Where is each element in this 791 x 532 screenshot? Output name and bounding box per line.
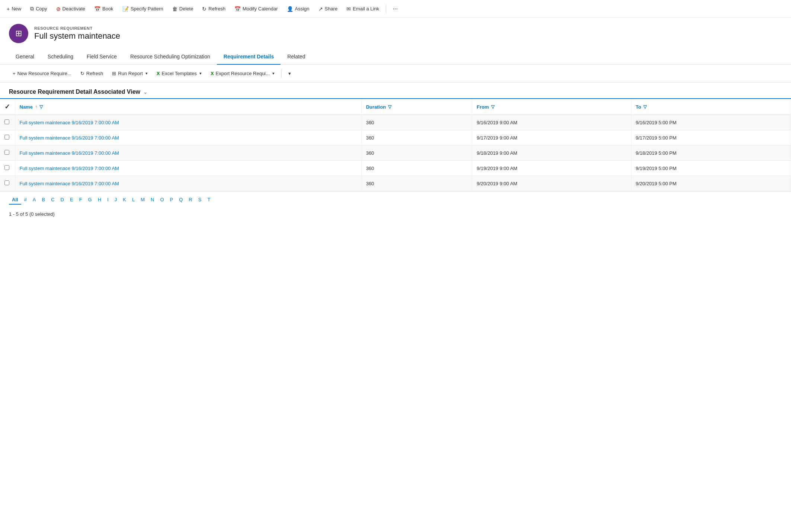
- refresh-button[interactable]: ↻ Refresh: [198, 4, 229, 14]
- name-sort-icon: ↑: [35, 104, 37, 109]
- data-table-container: ✓ Name ↑ ▽ Duration ▽: [0, 98, 791, 191]
- page-letter-g[interactable]: G: [85, 195, 95, 205]
- row-checkbox-cell[interactable]: [0, 130, 15, 145]
- new-icon: +: [7, 6, 10, 12]
- page-letter-b[interactable]: B: [39, 195, 48, 205]
- page-letter-d[interactable]: D: [58, 195, 67, 205]
- excel-templates-button[interactable]: X Excel Templates ▾: [153, 68, 205, 78]
- tab-related[interactable]: Related: [281, 49, 312, 65]
- table-row: Full system maintenace 9/16/2019 7:00:00…: [0, 176, 791, 191]
- assign-icon: 👤: [287, 6, 293, 12]
- select-all-header[interactable]: ✓: [0, 99, 15, 115]
- new-resource-button[interactable]: + New Resource Require...: [9, 68, 75, 78]
- export-chevron: ▾: [272, 71, 275, 76]
- tab-requirement-details[interactable]: Requirement Details: [217, 49, 281, 65]
- new-button[interactable]: + New: [3, 4, 25, 14]
- row-from-cell: 9/16/2019 9:00 AM: [472, 115, 631, 130]
- tab-resource-scheduling[interactable]: Resource Scheduling Optimization: [124, 49, 217, 65]
- page-letter-s[interactable]: S: [195, 195, 205, 205]
- row-checkbox-cell[interactable]: [0, 161, 15, 176]
- nav-tabs: General Scheduling Field Service Resourc…: [0, 49, 791, 65]
- export-button[interactable]: X Export Resource Requi... ▾: [207, 68, 278, 78]
- row-from-cell: 9/20/2019 9:00 AM: [472, 176, 631, 191]
- page-letter-j[interactable]: J: [112, 195, 120, 205]
- row-duration-cell: 360: [361, 161, 472, 176]
- row-checkbox-cell[interactable]: [0, 145, 15, 161]
- view-title-bar: Resource Requirement Detail Associated V…: [0, 83, 791, 98]
- name-column-header[interactable]: Name ↑ ▽: [15, 99, 361, 115]
- delete-button[interactable]: 🗑 Delete: [169, 4, 197, 14]
- page-letter-m[interactable]: M: [138, 195, 148, 205]
- page-letter-c[interactable]: C: [48, 195, 57, 205]
- page-letter-i[interactable]: I: [104, 195, 112, 205]
- excel-chevron: ▾: [199, 71, 202, 76]
- share-button[interactable]: ↗ Share: [315, 4, 342, 14]
- row-to-cell: 9/16/2019 5:00 PM: [631, 115, 791, 130]
- page-letter-o[interactable]: O: [157, 195, 167, 205]
- modify-calendar-button[interactable]: 📅 Modify Calendar: [231, 4, 282, 14]
- from-filter-icon: ▽: [491, 104, 494, 109]
- row-checkbox[interactable]: [4, 135, 9, 140]
- row-name-link[interactable]: Full system maintenace 9/16/2019 7:00:00…: [20, 150, 119, 156]
- record-icon: ⊞: [9, 24, 28, 43]
- row-name-link[interactable]: Full system maintenace 9/16/2019 7:00:00…: [20, 166, 119, 171]
- table-header-row: ✓ Name ↑ ▽ Duration ▽: [0, 99, 791, 115]
- page-letter-h[interactable]: H: [95, 195, 104, 205]
- email-link-button[interactable]: ✉ Email a Link: [343, 4, 383, 14]
- page-letter-a[interactable]: A: [30, 195, 39, 205]
- duration-column-header[interactable]: Duration ▽: [361, 99, 472, 115]
- to-filter-icon: ▽: [643, 104, 647, 109]
- page-letter-k[interactable]: K: [120, 195, 129, 205]
- page-letter-e[interactable]: E: [67, 195, 76, 205]
- view-title: Resource Requirement Detail Associated V…: [9, 89, 140, 95]
- tab-field-service[interactable]: Field Service: [80, 49, 124, 65]
- row-to-cell: 9/20/2019 5:00 PM: [631, 176, 791, 191]
- table-row: Full system maintenace 9/16/2019 7:00:00…: [0, 115, 791, 130]
- row-name-link[interactable]: Full system maintenace 9/16/2019 7:00:00…: [20, 135, 119, 141]
- row-from-cell: 9/18/2019 9:00 AM: [472, 145, 631, 161]
- export-more-button[interactable]: ▾: [285, 68, 295, 78]
- copy-icon: ⧉: [30, 6, 34, 12]
- sub-refresh-button[interactable]: ↻ Refresh: [77, 68, 107, 78]
- share-icon: ↗: [318, 6, 323, 12]
- row-name-cell: Full system maintenace 9/16/2019 7:00:00…: [15, 115, 361, 130]
- more-icon: ⋯: [393, 6, 398, 12]
- row-checkbox[interactable]: [4, 165, 9, 170]
- row-name-link[interactable]: Full system maintenace 9/16/2019 7:00:00…: [20, 181, 119, 186]
- page-letter-#[interactable]: #: [21, 195, 30, 205]
- run-report-button[interactable]: ⊞ Run Report ▾: [108, 68, 151, 78]
- row-name-link[interactable]: Full system maintenace 9/16/2019 7:00:00…: [20, 120, 119, 125]
- row-checkbox[interactable]: [4, 180, 9, 185]
- page-letter-p[interactable]: P: [167, 195, 176, 205]
- row-checkbox-cell[interactable]: [0, 115, 15, 130]
- table-row: Full system maintenace 9/16/2019 7:00:00…: [0, 161, 791, 176]
- row-checkbox-cell[interactable]: [0, 176, 15, 191]
- from-column-header[interactable]: From ▽: [472, 99, 631, 115]
- assign-button[interactable]: 👤 Assign: [283, 4, 313, 14]
- page-letter-r[interactable]: R: [186, 195, 195, 205]
- tab-general[interactable]: General: [9, 49, 41, 65]
- page-letter-all[interactable]: All: [9, 195, 21, 205]
- table-row: Full system maintenace 9/16/2019 7:00:00…: [0, 130, 791, 145]
- page-letter-t[interactable]: T: [204, 195, 213, 205]
- main-toolbar: + New ⧉ Copy ⊘ Deactivate 📅 Book 📝 Speci…: [0, 0, 791, 18]
- page-letter-q[interactable]: Q: [176, 195, 186, 205]
- sub-toolbar: + New Resource Require... ↻ Refresh ⊞ Ru…: [0, 65, 791, 83]
- specify-pattern-button[interactable]: 📝 Specify Pattern: [119, 4, 167, 14]
- page-letter-n[interactable]: N: [148, 195, 157, 205]
- copy-button[interactable]: ⧉ Copy: [26, 3, 51, 14]
- page-letter-l[interactable]: L: [129, 195, 138, 205]
- view-title-chevron[interactable]: ⌄: [143, 89, 148, 95]
- row-checkbox[interactable]: [4, 119, 9, 124]
- data-table: ✓ Name ↑ ▽ Duration ▽: [0, 99, 791, 191]
- deactivate-button[interactable]: ⊘ Deactivate: [52, 4, 89, 14]
- to-column-header[interactable]: To ▽: [631, 99, 791, 115]
- row-checkbox[interactable]: [4, 150, 9, 155]
- status-bar: 1 - 5 of 5 (0 selected): [0, 208, 791, 220]
- page-letter-f[interactable]: F: [76, 195, 85, 205]
- tab-scheduling[interactable]: Scheduling: [41, 49, 80, 65]
- more-button[interactable]: ⋯: [389, 4, 401, 14]
- table-body: Full system maintenace 9/16/2019 7:00:00…: [0, 115, 791, 191]
- book-button[interactable]: 📅 Book: [90, 4, 117, 14]
- export-icon: X: [211, 71, 214, 76]
